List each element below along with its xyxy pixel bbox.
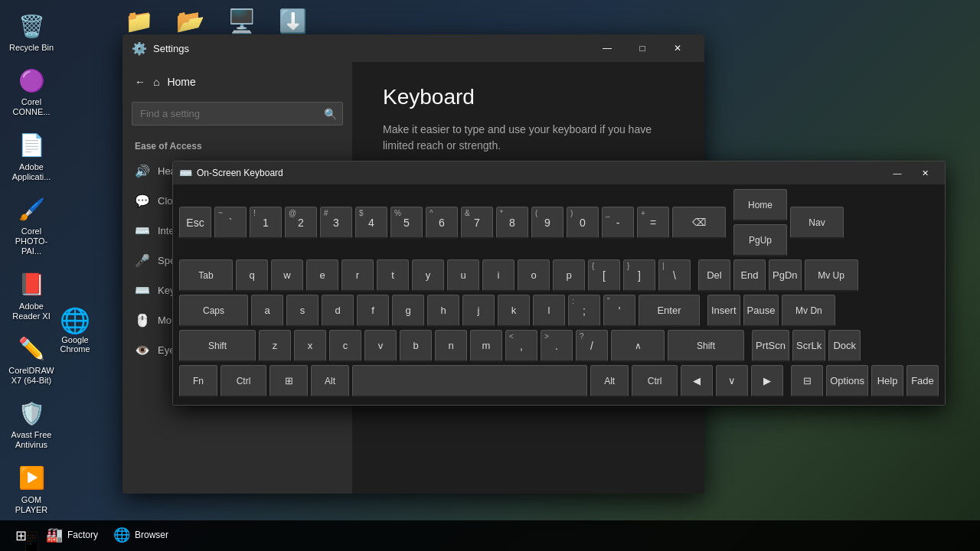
key-ctrl-right[interactable]: Ctrl	[632, 365, 678, 397]
key-left-arrow[interactable]: ◀	[681, 365, 713, 397]
key-2[interactable]: @2	[285, 207, 317, 239]
key-9[interactable]: (9	[531, 207, 564, 239]
key-backspace[interactable]: ⌫	[672, 207, 726, 239]
desktop-icon-chrome[interactable]: 🌐 GoogleChrome	[60, 306, 90, 354]
key-end[interactable]: End	[733, 259, 766, 292]
key-up-arrow[interactable]: ∧	[611, 330, 665, 362]
key-down-arrow[interactable]: ∨	[716, 365, 748, 397]
desktop-icon-corel-connect[interactable]: 🟣 Corel CONNE...	[4, 62, 59, 120]
top-icon-download[interactable]: ⬇️	[279, 8, 307, 34]
key-pgup[interactable]: PgUp	[733, 224, 787, 256]
desktop-icon-avast[interactable]: 🛡️ Avast Free Antivirus	[4, 395, 59, 453]
key-a[interactable]: a	[251, 295, 283, 327]
key-caps-lock[interactable]: Caps	[179, 295, 248, 327]
key-del[interactable]: Del	[698, 259, 730, 292]
key-c[interactable]: c	[329, 330, 361, 362]
key-s[interactable]: s	[286, 295, 318, 327]
close-button[interactable]: ✕	[660, 34, 695, 62]
key-options[interactable]: Options	[826, 365, 868, 397]
top-icon-folder[interactable]: 📁	[125, 8, 153, 34]
key-semicolon[interactable]: :;	[568, 295, 600, 327]
key-slash[interactable]: ?/	[576, 330, 608, 362]
desktop-icon-recycle-bin[interactable]: 🗑️ Recycle Bin	[4, 8, 59, 56]
key-period[interactable]: >.	[541, 330, 573, 362]
key-fade[interactable]: Fade	[906, 365, 939, 397]
key-e[interactable]: e	[306, 259, 338, 292]
key-space[interactable]	[352, 365, 587, 397]
osk-close-button[interactable]: ✕	[911, 161, 939, 184]
key-menu[interactable]: ⊟	[791, 365, 823, 397]
taskbar-item-browser[interactable]: 🌐 Browser	[106, 520, 176, 551]
desktop-icon-corel-photo[interactable]: 🖌️ Corel PHOTO-PAI...	[4, 191, 59, 260]
osk-minimize-button[interactable]: —	[884, 161, 911, 184]
back-home-button[interactable]: ← ⌂ Home	[122, 68, 352, 96]
key-z[interactable]: z	[259, 330, 291, 362]
key-tab[interactable]: Tab	[179, 259, 233, 292]
key-k[interactable]: k	[498, 295, 530, 327]
key-i[interactable]: i	[482, 259, 514, 292]
key-bracket-r[interactable]: }]	[623, 259, 655, 292]
key-h[interactable]: h	[427, 295, 459, 327]
key-w[interactable]: w	[271, 259, 303, 292]
key-v[interactable]: v	[364, 330, 397, 362]
key-fn[interactable]: Fn	[179, 365, 217, 397]
key-minus[interactable]: _-	[602, 207, 634, 239]
key-mv-up[interactable]: Mv Up	[805, 259, 858, 292]
minimize-button[interactable]: —	[590, 34, 625, 62]
key-l[interactable]: l	[533, 295, 565, 327]
key-j[interactable]: j	[462, 295, 495, 327]
key-d[interactable]: d	[322, 295, 354, 327]
key-bracket-l[interactable]: {[	[588, 259, 620, 292]
key-pgdn[interactable]: PgDn	[769, 259, 802, 292]
top-icon-network[interactable]: 🖥️	[227, 8, 256, 34]
key-nav[interactable]: Nav	[790, 207, 844, 239]
key-u[interactable]: u	[447, 259, 479, 292]
key-1[interactable]: !1	[250, 207, 282, 239]
desktop-icon-gom[interactable]: ▶️ GOM PLAYER	[4, 460, 59, 518]
key-insert[interactable]: Insert	[707, 295, 740, 327]
key-8[interactable]: *8	[496, 207, 528, 239]
key-o[interactable]: o	[518, 259, 550, 292]
key-0[interactable]: )0	[567, 207, 599, 239]
key-m[interactable]: m	[470, 330, 502, 362]
key-q[interactable]: q	[236, 259, 268, 292]
key-mv-dn[interactable]: Mv Dn	[782, 295, 835, 327]
desktop-icon-adobe[interactable]: 📄 Adobe Applicati...	[4, 127, 59, 185]
key-4[interactable]: $4	[355, 207, 387, 239]
key-esc[interactable]: Esc	[179, 207, 211, 239]
key-prtscn[interactable]: PrtScn	[752, 330, 789, 362]
key-y[interactable]: y	[412, 259, 444, 292]
key-backslash[interactable]: |\	[658, 259, 691, 292]
search-input[interactable]	[132, 102, 343, 126]
key-tilde[interactable]: ~`	[214, 207, 247, 239]
key-shift-left[interactable]: Shift	[179, 330, 256, 362]
key-shift-right[interactable]: Shift	[668, 330, 744, 362]
key-scrlk[interactable]: ScrLk	[792, 330, 825, 362]
maximize-button[interactable]: □	[625, 34, 660, 62]
key-home[interactable]: Home	[733, 189, 787, 221]
key-g[interactable]: g	[392, 295, 424, 327]
key-quote[interactable]: "'	[603, 295, 635, 327]
key-help[interactable]: Help	[871, 365, 903, 397]
key-n[interactable]: n	[435, 330, 467, 362]
key-p[interactable]: p	[553, 259, 585, 292]
key-7[interactable]: &7	[461, 207, 493, 239]
key-win[interactable]: ⊞	[270, 365, 308, 397]
key-5[interactable]: %5	[390, 207, 423, 239]
key-t[interactable]: t	[377, 259, 409, 292]
key-ctrl-left[interactable]: Ctrl	[220, 365, 266, 397]
key-pause[interactable]: Pause	[743, 295, 779, 327]
key-x[interactable]: x	[294, 330, 326, 362]
desktop-icon-coreldraw[interactable]: ✏️ CorelDRAW X7 (64-Bit)	[4, 331, 59, 389]
start-button[interactable]: ⊞	[3, 520, 38, 551]
key-dock[interactable]: Dock	[828, 330, 861, 362]
desktop-icon-adobe-reader[interactable]: 📕 Adobe Reader XI	[4, 266, 59, 324]
key-equals[interactable]: +=	[637, 207, 669, 239]
key-right-arrow[interactable]: ▶	[751, 365, 783, 397]
top-icon-folder2[interactable]: 📂	[176, 8, 204, 34]
key-alt-left[interactable]: Alt	[311, 365, 349, 397]
key-alt-right[interactable]: Alt	[590, 365, 629, 397]
taskbar-item-factory[interactable]: 🏭 Factory	[38, 520, 106, 551]
key-comma[interactable]: <,	[505, 330, 537, 362]
key-f[interactable]: f	[357, 295, 389, 327]
